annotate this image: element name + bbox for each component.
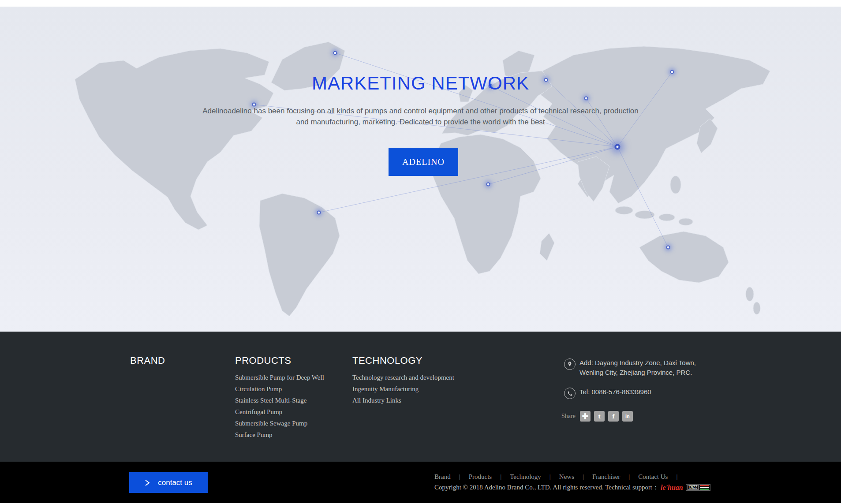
address-line2: Wenling City, Zhejiang Province, PRC. (579, 368, 723, 377)
footer-heading-brand: BRAND (130, 355, 165, 366)
footer-link-technology[interactable]: Technology research and development (352, 372, 467, 383)
telephone-row: Tel: 0086-576-86339960 (564, 387, 723, 397)
bottom-nav: Brand | Products | Technology | News | F… (434, 473, 686, 481)
phone-icon (564, 388, 576, 399)
cnzz-badge[interactable]: CNZZ (686, 484, 710, 491)
hero-description-line1: Adelinoadelino has been focusing on all … (0, 105, 841, 116)
hero-section: MARKETING NETWORK Adelinoadelino has bee… (0, 7, 841, 332)
footer-link-technology[interactable]: Ingenuity Manufacturing (352, 383, 467, 395)
nav-separator: | (549, 473, 551, 481)
nav-separator: | (583, 473, 584, 481)
bottom-nav-products[interactable]: Products (469, 473, 492, 481)
map-hub-dot-china (615, 144, 620, 150)
map-location-dot-australia (666, 246, 670, 250)
bottom-nav-news[interactable]: News (559, 473, 574, 481)
map-location-dot-greenland (333, 51, 337, 55)
nav-separator: | (459, 473, 460, 481)
footer-heading-products: PRODUCTS (235, 355, 337, 366)
marketing-network-page: MARKETING NETWORK Adelinoadelino has bee… (0, 0, 841, 504)
bottom-nav-contact-us[interactable]: Contact Us (638, 473, 668, 481)
footer-link-product[interactable]: Submersible Pump for Deep Well (235, 372, 337, 383)
lehuan-logo[interactable]: le'huan (661, 484, 683, 492)
cnzz-stripes-icon (700, 485, 709, 490)
footer-link-product[interactable]: Circulation Pump (235, 383, 337, 395)
twitter-icon[interactable]: t (594, 411, 605, 422)
bottom-nav-technology[interactable]: Technology (510, 473, 541, 481)
footer-contact-block: Add: Dayang Industry Zone, Daxi Town, We… (564, 358, 723, 397)
share-plus-icon[interactable]: ✚ (580, 411, 591, 422)
map-location-dot-brazil (317, 211, 321, 215)
copyright-text: Copyright © 2018 Adelino Brand Co., LTD.… (434, 483, 659, 492)
footer-column-products: PRODUCTS Submersible Pump for Deep Well … (235, 355, 337, 441)
page-title: MARKETING NETWORK (0, 73, 841, 94)
bottom-bar: contact us Brand | Products | Technology… (0, 462, 841, 504)
location-pin-icon (564, 358, 576, 370)
telephone-number: Tel: 0086-576-86339960 (579, 387, 723, 397)
bottom-nav-franchiser[interactable]: Franchiser (592, 473, 620, 481)
facebook-icon[interactable]: f (608, 411, 619, 422)
chevron-right-icon (145, 479, 150, 486)
contact-us-button[interactable]: contact us (129, 472, 208, 493)
linkedin-icon[interactable]: in (622, 411, 633, 422)
footer-section: BRAND PRODUCTS Submersible Pump for Deep… (0, 332, 841, 462)
map-location-dot-africa (486, 183, 490, 187)
footer-link-technology[interactable]: All Industry Links (352, 395, 467, 406)
footer-column-technology: TECHNOLOGY Technology research and devel… (352, 355, 467, 406)
copyright-row: Copyright © 2018 Adelino Brand Co., LTD.… (434, 483, 710, 492)
adelino-button[interactable]: ADELINO (389, 148, 458, 176)
nav-separator: | (628, 473, 630, 481)
cnzz-label: CNZZ (688, 485, 699, 490)
nav-separator: | (500, 473, 501, 481)
footer-column-brand: BRAND (130, 355, 165, 372)
address-line1: Add: Dayang Industry Zone, Daxi Town, (579, 358, 723, 368)
footer-heading-technology: TECHNOLOGY (352, 355, 467, 366)
footer-link-product[interactable]: Stainless Steel Multi-Stage Centrifugal … (235, 395, 337, 418)
footer-link-product[interactable]: Submersible Sewage Pump (235, 418, 337, 429)
nav-separator: | (676, 473, 677, 481)
hero-description-line2: and manufacturing, marketing. Dedicated … (0, 116, 841, 127)
share-row: Share ✚ t f in (561, 411, 636, 422)
contact-us-label: contact us (158, 478, 192, 487)
hero-description: Adelinoadelino has been focusing on all … (0, 105, 841, 127)
bottom-nav-brand[interactable]: Brand (434, 473, 451, 481)
share-label: Share (561, 413, 576, 420)
map-location-dot-central-asia (584, 97, 588, 101)
address-row: Add: Dayang Industry Zone, Daxi Town, We… (564, 358, 723, 377)
footer-link-product[interactable]: Surface Pump (235, 429, 337, 441)
